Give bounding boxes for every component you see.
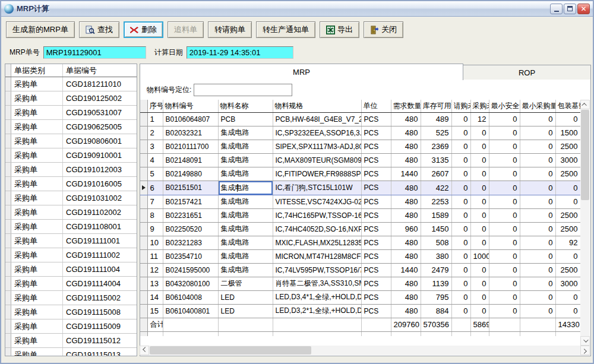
doc-no-cell[interactable]: CGD190625005	[63, 120, 137, 134]
cell-请购未采购[interactable]: 0	[451, 126, 470, 140]
cell-最小安全量[interactable]: 0	[489, 126, 520, 140]
doc-no-cell[interactable]: CGD191031002	[63, 191, 137, 205]
cell-最小安全量[interactable]: 0	[489, 249, 520, 263]
cell-采购未入库[interactable]: 0	[470, 153, 489, 167]
doc-no-cell[interactable]: CGD191111001	[63, 234, 137, 248]
cell-包装基数[interactable]: 0	[555, 195, 580, 208]
cell-采购未入库[interactable]: 0	[470, 290, 489, 304]
cell-采购未入库[interactable]: 0	[470, 140, 489, 153]
cell-单位[interactable]: PCS	[361, 126, 391, 140]
cell-物料编号[interactable]: B06104008	[163, 290, 218, 304]
table-row[interactable]: 14B06104008LEDLED,D3,4*1,全绿,+HOLD,DPCS48…	[140, 290, 580, 304]
doc-no-cell[interactable]: CGD190531007	[63, 106, 137, 119]
cell-需求数量[interactable]: 480	[391, 208, 421, 222]
cell-物料名称[interactable]: 集成电路	[218, 167, 273, 181]
document-row[interactable]: 采购单CGD190806001	[5, 134, 137, 148]
doc-no-cell[interactable]: CGD191115013	[63, 348, 137, 356]
doc-type-cell[interactable]: 采购单	[11, 262, 63, 276]
cell-序号[interactable]: 2	[147, 126, 163, 140]
doc-no-cell[interactable]: CGD191108001	[63, 220, 137, 233]
maximize-button[interactable]	[564, 4, 576, 14]
cell-库存可用量[interactable]: 2253	[421, 195, 451, 208]
cell-物料名称[interactable]: PCB	[218, 112, 273, 126]
cell-序号[interactable]: 5	[147, 167, 163, 181]
document-row[interactable]: 采购单CGD190125002	[5, 91, 137, 106]
table-row-selected[interactable]: 6B02151501集成电路IC,看门狗,STC15L101WPCS480422…	[140, 181, 580, 195]
cell-请购未采购[interactable]: 0	[451, 167, 470, 181]
doc-type-cell[interactable]: 采购单	[11, 248, 63, 262]
cell-物料编号[interactable]: B02149880	[163, 167, 218, 181]
toolbar-button-生成新的MRP单[interactable]: 生成新的MRP单	[6, 21, 75, 38]
cell-最小采购量[interactable]: 0	[520, 304, 555, 318]
mrp-no-field[interactable]	[43, 46, 146, 59]
doc-type-cell[interactable]: 采购单	[11, 277, 63, 290]
doc-type-cell[interactable]: 采购单	[11, 234, 63, 248]
cell-序号[interactable]: 14	[147, 290, 163, 304]
cell-单位[interactable]: PCS	[361, 277, 391, 290]
cell-包装基数[interactable]: 2500	[555, 167, 580, 181]
minimize-button[interactable]	[550, 4, 563, 14]
cell-最小安全量[interactable]: 0	[489, 112, 520, 126]
document-row[interactable]: 采购单CGD191012003	[5, 163, 137, 177]
cell-需求数量[interactable]: 480	[391, 277, 421, 290]
cell-序号[interactable]: 4	[147, 153, 163, 167]
cell-物料编号[interactable]: B02148091	[163, 153, 218, 167]
table-row[interactable]: 7B02157421集成电路VITESSE,VSC7424XJG-02,PCS4…	[140, 195, 580, 208]
doc-type-cell[interactable]: 采购单	[11, 220, 63, 233]
cell-库存可用量[interactable]: 1450	[421, 222, 451, 236]
cell-请购未采购[interactable]: 0	[451, 290, 470, 304]
cell-库存可用量[interactable]: 1589	[421, 208, 451, 222]
cell-序号[interactable]: 7	[147, 195, 163, 208]
cell-物料规格[interactable]: MICRON,MT47H128M8CF-	[273, 249, 361, 263]
cell-包装基数[interactable]: 3000	[555, 153, 580, 167]
cell-最小安全量[interactable]: 0	[489, 208, 520, 222]
doc-type-cell[interactable]: 采购单	[11, 120, 63, 134]
cell-最小安全量[interactable]: 0	[489, 195, 520, 208]
cell-库存可用量[interactable]: 422	[421, 181, 451, 195]
cell-最小采购量[interactable]: 0	[520, 181, 555, 195]
cell-库存可用量[interactable]: 2607	[421, 167, 451, 181]
cell-序号[interactable]: 15	[147, 304, 163, 318]
table-row[interactable]: 9B02250520集成电路IC,74HC4052D,SO-16,NXPPCS9…	[140, 222, 580, 236]
cell-包装基数[interactable]: 0	[555, 304, 580, 318]
cell-最小采购量[interactable]: 0	[520, 222, 555, 236]
cell-物料编号[interactable]: B02157421	[163, 195, 218, 208]
doc-type-cell[interactable]: 采购单	[11, 334, 63, 347]
document-row[interactable]: 采购单CGD191111004	[5, 262, 137, 277]
cell-物料名称[interactable]: 集成电路	[218, 140, 273, 153]
cell-请购未采购[interactable]: 0	[451, 208, 470, 222]
cell-物料规格[interactable]: 肖特基二极管,3A,SS310,SM	[273, 277, 361, 290]
cell-需求数量[interactable]: 480	[391, 153, 421, 167]
table-row[interactable]: 13B0432080100二极管肖特基二极管,3A,SS310,SMPCS480…	[140, 277, 580, 290]
cell-物料规格[interactable]: IC,74LV595PW,TSSOP16/7	[273, 263, 361, 277]
cell-物料名称[interactable]: 二极管	[218, 277, 273, 290]
cell-采购未入库[interactable]: 0	[470, 263, 489, 277]
cell-最小安全量[interactable]: 0	[489, 236, 520, 249]
cell-物料规格[interactable]: IC,FITIPOWER,FR9888SPC	[273, 167, 361, 181]
cell-请购未采购[interactable]: 0	[451, 222, 470, 236]
cell-物料编号[interactable]: B0241595000	[163, 263, 218, 277]
doc-no-cell[interactable]: CGD191115012	[63, 334, 137, 347]
table-row[interactable]: 2B02032321集成电路IC,SP3232EEA,SSOP16,3.0PCS…	[140, 126, 580, 140]
cell-物料规格[interactable]: LED,D3,2*1,全绿,+HOLD,D	[273, 304, 361, 318]
table-row[interactable]: 10B02321283集成电路MXIC,FLASH,MX25L12835FPCS…	[140, 236, 580, 249]
cell-采购未入库[interactable]: 0	[470, 181, 489, 195]
cell-请购未采购[interactable]: 0	[451, 181, 470, 195]
doc-no-cell[interactable]: CGD191114004	[63, 277, 137, 290]
doc-type-cell[interactable]: 采购单	[11, 305, 63, 319]
doc-type-cell[interactable]: 采购单	[11, 91, 63, 105]
cell-需求数量[interactable]: 1440	[391, 167, 421, 181]
doc-no-cell[interactable]: CGD191012003	[63, 163, 137, 176]
doc-no-cell[interactable]: CGD190125002	[63, 91, 137, 105]
scroll-left-button[interactable]	[140, 346, 149, 355]
cell-最小安全量[interactable]: 0	[489, 140, 520, 153]
cell-请购未采购[interactable]: 0	[451, 153, 470, 167]
cell-需求数量[interactable]: 480	[391, 195, 421, 208]
cell-采购未入库[interactable]: 0	[470, 236, 489, 249]
tab-rop[interactable]: ROP	[463, 65, 591, 80]
cell-库存可用量[interactable]: 3135	[421, 153, 451, 167]
cell-物料规格[interactable]: IC,SP3232EEA,SSOP16,3.0	[273, 126, 361, 140]
toolbar-button-删除[interactable]: 删除	[124, 21, 163, 38]
cell-物料编号[interactable]: B0610400801	[163, 304, 218, 318]
cell-库存可用量[interactable]: 380	[421, 249, 451, 263]
